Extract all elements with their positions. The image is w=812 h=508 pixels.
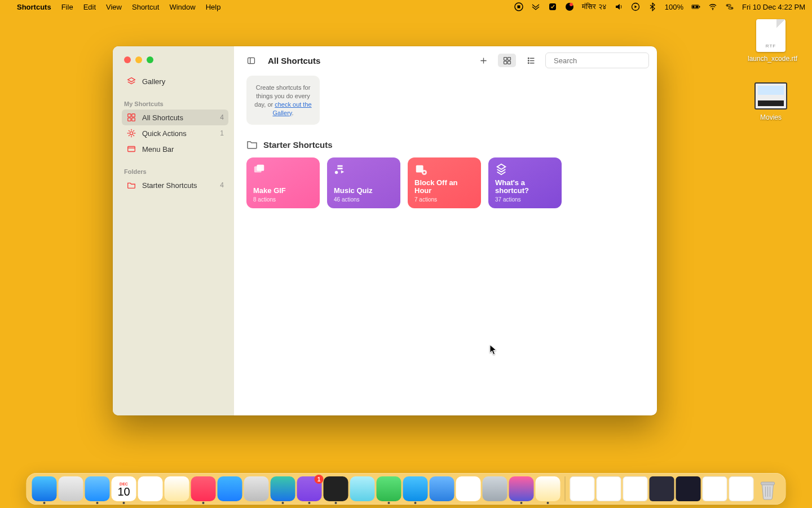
status-nowplaying-icon[interactable] [631,2,640,11]
page-title: All Shortcuts [268,56,320,65]
sidebar-item-quick-actions[interactable]: Quick Actions 1 [122,125,228,141]
svg-point-39 [335,171,338,174]
menu-help[interactable]: Help [206,3,221,11]
dock-minimized-window[interactable] [729,476,754,501]
sidebar-item-all-shortcuts[interactable]: All Shortcuts 4 [122,110,228,125]
card-subtitle: 7 actions [414,196,474,203]
status-volume-icon[interactable] [614,2,623,11]
app-menu[interactable]: Shortcuts [17,3,51,11]
gif-icon [253,163,266,176]
dock-app-reminders[interactable] [138,476,163,501]
desktop-folder-movies[interactable]: Movies [745,82,796,122]
dock-minimized-window[interactable] [623,476,648,501]
dock-app-photos[interactable] [456,476,481,501]
sidebar-label: Quick Actions [142,129,187,138]
shortcut-card-make-gif[interactable]: Make GIF8 actions [246,157,320,208]
status-record-icon[interactable] [514,2,523,11]
dock-app-notes-alt[interactable] [165,476,189,501]
info-box: Create shortcuts for things you do every… [246,76,320,125]
desktop-file-rtf[interactable]: RTF launch_xcode.rtf [745,19,796,63]
desktop-file-label: launch_xcode.rtf [745,54,800,63]
document-icon: RTF [756,19,785,52]
status-bluetooth-icon[interactable] [648,2,657,11]
search-field[interactable] [545,52,649,68]
dock-minimized-window[interactable] [570,476,595,501]
status-controlcenter-icon[interactable] [725,2,734,11]
dock-app-preview[interactable] [483,476,508,501]
toolbar: All Shortcuts [234,46,657,75]
dock-app-music[interactable] [191,476,216,501]
svg-rect-16 [128,118,131,121]
dock-minimized-window[interactable] [650,476,674,501]
folder-icon [126,180,136,190]
menu-shortcut[interactable]: Shortcut [132,3,159,11]
svg-rect-21 [248,58,254,63]
grid-view-button[interactable] [498,54,516,67]
dock-app-appstore[interactable] [218,476,242,501]
status-shield-icon[interactable] [548,2,557,11]
sidebar-item-menu-bar[interactable]: Menu Bar [122,141,228,157]
minimize-button[interactable] [135,56,142,63]
dock-app-edge[interactable] [271,476,295,501]
status-locale-date[interactable]: मंसिर २४ [582,2,606,11]
shortcut-cards: Make GIF8 actions Music Quiz46 actions B… [246,157,645,208]
card-title: What's a shortcut? [495,179,555,196]
dock-app-viber[interactable]: 1 [297,476,322,501]
status-clock[interactable]: Fri 10 Dec 4:22 PM [742,3,805,11]
sidebar-label: Starter Shortcuts [142,181,197,190]
close-button[interactable] [124,56,131,63]
dock-app-finder[interactable] [32,476,57,501]
sidebar-header-myshortcuts: My Shortcuts [122,95,228,110]
sidebar: Gallery My Shortcuts All Shortcuts 4 Qui… [113,46,234,415]
search-input[interactable] [554,56,648,65]
status-tray-icon[interactable] [531,2,540,11]
list-view-button[interactable] [522,54,540,67]
menubar-right: मंसिर २४ 100% Fri 10 Dec 4:22 PM [514,2,805,11]
svg-rect-17 [132,118,135,121]
svg-rect-26 [508,57,510,60]
dock-app-xcode[interactable] [430,476,454,501]
dock-app-skype[interactable] [403,476,428,501]
zoom-button[interactable] [147,56,153,63]
menu-view[interactable]: View [106,3,122,11]
dock-minimized-window[interactable] [703,476,727,501]
dock-app-launchpad[interactable] [59,476,83,501]
svg-rect-14 [128,114,131,117]
file-badge: RTF [756,43,785,49]
sidebar-item-gallery[interactable]: Gallery [122,73,228,89]
sidebar-count: 4 [220,113,224,121]
shortcut-card-music-quiz[interactable]: Music Quiz46 actions [327,157,400,208]
status-viber-icon[interactable] [565,2,574,11]
menu-file[interactable]: File [61,3,73,11]
svg-point-29 [528,58,529,59]
dock-trash[interactable] [756,476,780,501]
toggle-sidebar-button[interactable] [242,54,260,67]
svg-rect-19 [128,147,135,152]
dock-app-shortcuts[interactable] [509,476,534,501]
status-wifi-icon[interactable] [708,2,717,11]
add-shortcut-button[interactable] [474,54,492,67]
sidebar-item-starter-shortcuts[interactable]: Starter Shortcuts 4 [122,177,228,193]
dock-app-mail[interactable] [85,476,110,501]
dock-app-notes[interactable] [536,476,561,501]
dock-minimized-window[interactable] [597,476,621,501]
shortcuts-window: Gallery My Shortcuts All Shortcuts 4 Qui… [113,46,657,415]
dock-app-settings[interactable] [244,476,269,501]
svg-rect-8 [699,6,700,8]
folder-icon [754,82,787,110]
shortcut-card-whats-a-shortcut[interactable]: What's a shortcut?37 actions [488,157,562,208]
card-title: Make GIF [253,187,313,195]
dock-app-blocked[interactable] [350,476,375,501]
status-battery-icon[interactable] [691,2,700,11]
dock-app-calendar[interactable]: DEC10 [112,476,136,501]
sidebar-count: 4 [220,181,224,189]
menubar: Shortcuts File Edit View Shortcut Window… [0,0,812,14]
dock-app-whatsapp[interactable] [377,476,401,501]
menu-window[interactable]: Window [169,3,195,11]
shortcut-card-block-off[interactable]: Block Off an Hour7 actions [408,157,481,208]
dock-app-terminal[interactable] [324,476,348,501]
dock-minimized-window[interactable] [676,476,701,501]
menu-edit[interactable]: Edit [83,3,96,11]
card-subtitle: 37 actions [495,196,555,203]
sidebar-count: 1 [220,129,224,137]
